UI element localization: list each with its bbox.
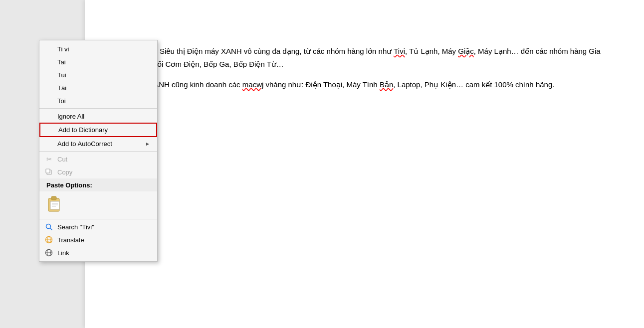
paragraph-2: Điện máy XANH cũng kinh doanh các macwj …: [115, 78, 614, 91]
separator-2: [39, 151, 157, 152]
spell-suggestion-tui[interactable]: Tui: [39, 68, 157, 81]
svg-line-9: [50, 228, 52, 230]
link-icon: [44, 248, 53, 257]
copy-item: Copy: [39, 165, 157, 178]
translate-item[interactable]: A あ Translate: [39, 233, 157, 246]
context-menu: Ti vi Tai Tui Tái Toi Ignore All Add to …: [39, 40, 158, 262]
paste-icon: [46, 194, 63, 213]
separator-1: [39, 108, 157, 109]
paste-options-icons: [39, 191, 157, 218]
spell-suggestion-tai[interactable]: Tai: [39, 55, 157, 68]
misspelled-macwj: macwj: [242, 80, 264, 89]
submenu-arrow-icon: ►: [145, 141, 150, 147]
misspelled-giac: Giặc: [458, 47, 474, 55]
paragraph-1: Hàng hoá tại Siêu thị Điện máy XANH vô c…: [115, 45, 614, 70]
svg-text:あ: あ: [49, 240, 52, 243]
translate-icon: A あ: [44, 235, 53, 244]
svg-rect-1: [46, 169, 50, 173]
paste-keep-source-button[interactable]: [46, 194, 63, 215]
ignore-all-item[interactable]: Ignore All: [39, 110, 157, 123]
spell-suggestion-toi[interactable]: Toi: [39, 94, 157, 107]
add-to-autocorrect-item[interactable]: Add to AutoCorrect ►: [39, 137, 157, 150]
copy-icon: [44, 167, 53, 176]
misspelled-ban: Bản: [380, 80, 393, 89]
cut-item: ✂ Cut: [39, 153, 157, 165]
separator-3: [39, 219, 157, 219]
scissors-icon: ✂: [44, 155, 53, 164]
paste-options-header: Paste Options:: [39, 178, 157, 191]
paste-options-label: Paste Options:: [46, 181, 92, 189]
link-item[interactable]: Link: [39, 246, 157, 259]
svg-rect-4: [50, 201, 59, 209]
search-icon: [44, 222, 53, 231]
spell-suggestion-tivi[interactable]: Ti vi: [39, 42, 157, 55]
document-content: Hàng hoá tại Siêu thị Điện máy XANH vô c…: [115, 45, 614, 91]
search-item[interactable]: Search "Tivi": [39, 220, 157, 233]
add-to-dictionary-item[interactable]: Add to Dictionary: [39, 123, 157, 137]
document-area: Hàng hoá tại Siêu thị Điện máy XANH vô c…: [85, 0, 644, 328]
misspelled-tivi: Tivi: [394, 47, 405, 55]
svg-rect-3: [51, 196, 56, 200]
spell-suggestion-tai2[interactable]: Tái: [39, 81, 157, 94]
